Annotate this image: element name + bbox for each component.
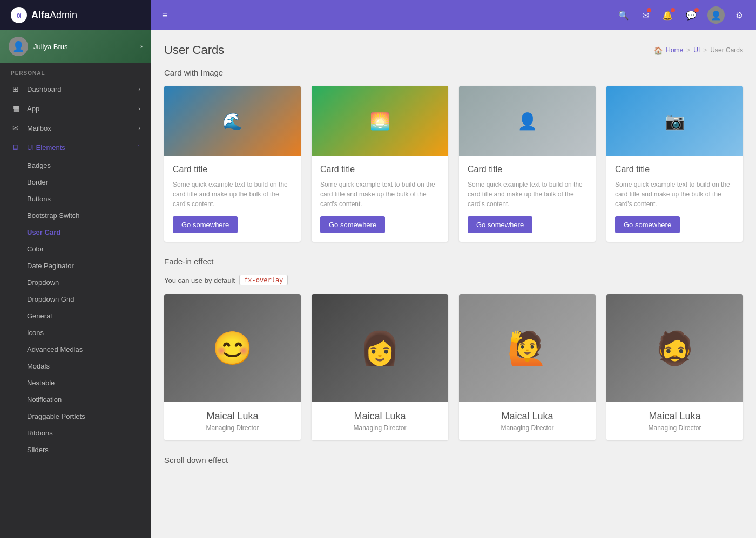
logo-icon: α xyxy=(11,7,27,23)
mail-badge xyxy=(647,8,651,12)
sidebar-sub-item-draggable-portlets[interactable]: Draggable Portlets xyxy=(0,408,151,425)
card-1-btn[interactable]: Go somewhere xyxy=(173,216,238,233)
avatar: 👤 xyxy=(9,37,28,56)
user-card-4-title: Managing Director xyxy=(615,424,734,432)
user-card-2-image: 👩 xyxy=(312,294,448,402)
sidebar-sub-item-nestable[interactable]: Nestable xyxy=(0,374,151,391)
user-card-1-title: Managing Director xyxy=(173,424,292,432)
card-4-body: Card title Some quick example text to bu… xyxy=(606,156,743,242)
sidebar-sub-item-general[interactable]: General xyxy=(0,308,151,324)
sidebar-sub-item-icons[interactable]: Icons xyxy=(0,324,151,341)
sidebar-section-label: PERSONAL xyxy=(0,63,151,79)
user-profile[interactable]: 👤 Juliya Brus › xyxy=(0,30,151,63)
breadcrumb-current: User Cards xyxy=(710,46,743,54)
user-card-3-name: Maical Luka xyxy=(468,411,587,422)
sidebar-item-label: App xyxy=(27,105,132,113)
sidebar-sub-item-ribbons[interactable]: Ribbons xyxy=(0,425,151,441)
user-card-2: 👩 Maical Luka Managing Director xyxy=(312,294,448,440)
page-title: User Cards xyxy=(164,43,224,57)
user-card-3: 🙋 Maical Luka Managing Director xyxy=(459,294,596,440)
user-profile-arrow: › xyxy=(140,43,143,50)
sidebar-sub-item-dropdown[interactable]: Dropdown xyxy=(0,274,151,291)
card-3: 👤 Card title Some quick example text to … xyxy=(459,86,596,242)
sidebar-item-app[interactable]: ▦ App › xyxy=(0,99,151,118)
user-card-4-body: Maical Luka Managing Director xyxy=(606,402,743,440)
user-card-4-name: Maical Luka xyxy=(615,411,734,422)
breadcrumb-ui-link[interactable]: UI xyxy=(693,46,700,54)
sidebar-item-ui-elements[interactable]: 🖥 UI Elements ˅ xyxy=(0,138,151,157)
card-2-text: Some quick example text to build on the … xyxy=(320,180,440,209)
cards-grid: 🌊 Card title Some quick example text to … xyxy=(164,86,743,242)
bell-badge xyxy=(671,8,675,12)
card-4-image: 📷 xyxy=(606,86,743,156)
sidebar-sub-item-modals[interactable]: Modals xyxy=(0,358,151,374)
app-icon: ▦ xyxy=(11,104,21,113)
card-2-title: Card title xyxy=(320,165,440,174)
card-3-body: Card title Some quick example text to bu… xyxy=(459,156,596,242)
sidebar-sub-item-bootstrap-switch[interactable]: Bootstrap Switch xyxy=(0,207,151,224)
mailbox-arrow-icon: › xyxy=(138,125,140,131)
user-card-1-body: Maical Luka Managing Director xyxy=(164,402,301,440)
card-1-body: Card title Some quick example text to bu… xyxy=(164,156,301,242)
card-4: 📷 Card title Some quick example text to … xyxy=(606,86,743,242)
dashboard-arrow-icon: › xyxy=(138,86,140,92)
sidebar-sub-item-advanced-medias[interactable]: Advanced Medias xyxy=(0,341,151,358)
search-icon[interactable]: 🔍 xyxy=(616,8,631,23)
user-card-2-name: Maical Luka xyxy=(320,411,440,422)
sidebar-item-dashboard[interactable]: ⊞ Dashboard › xyxy=(0,79,151,99)
user-card-4: 🧔 Maical Luka Managing Director xyxy=(606,294,743,440)
bell-icon[interactable]: 🔔 xyxy=(660,8,675,23)
page-header: User Cards 🏠 Home > UI > User Cards xyxy=(164,43,743,57)
sidebar: α AlfaAdmin 👤 Juliya Brus › PERSONAL ⊞ D… xyxy=(0,0,151,538)
user-card-3-image: 🙋 xyxy=(459,294,596,402)
sidebar-sub-item-dropdown-grid[interactable]: Dropdown Grid xyxy=(0,291,151,308)
card-4-text: Some quick example text to build on the … xyxy=(615,180,734,209)
mail-icon[interactable]: ✉ xyxy=(640,8,651,23)
sidebar-sub-item-user-card[interactable]: User Card xyxy=(0,224,151,241)
topbar-user-avatar[interactable]: 👤 xyxy=(707,6,725,24)
sidebar-item-mailbox[interactable]: ✉ Mailbox › xyxy=(0,118,151,138)
user-cards-grid: 😊 Maical Luka Managing Director 👩 Maical… xyxy=(164,294,743,440)
settings-icon[interactable]: ⚙ xyxy=(733,8,745,23)
sidebar-sub-item-border[interactable]: Border xyxy=(0,174,151,190)
user-name: Juliya Brus xyxy=(33,43,135,51)
card-2-btn[interactable]: Go somewhere xyxy=(320,216,385,233)
card-1: 🌊 Card title Some quick example text to … xyxy=(164,86,301,242)
sidebar-sub-item-date-paginator[interactable]: Date Paginator xyxy=(0,257,151,274)
content-area: User Cards 🏠 Home > UI > User Cards Card… xyxy=(151,30,756,538)
mailbox-icon: ✉ xyxy=(11,124,21,132)
main-area: ≡ 🔍 ✉ 🔔 💬 👤 ⚙ User Cards 🏠 Home > UI xyxy=(151,0,756,538)
user-card-1-image: 😊 xyxy=(164,294,301,402)
user-card-4-image: 🧔 xyxy=(606,294,743,402)
user-card-2-body: Maical Luka Managing Director xyxy=(312,402,448,440)
cards-section-title: Card with Image xyxy=(164,68,743,77)
breadcrumb: 🏠 Home > UI > User Cards xyxy=(654,46,743,55)
chat-badge xyxy=(694,8,699,12)
fade-section-desc: You can use by default fx-overlay xyxy=(164,275,743,285)
fade-section: Fade-in effect You can use by default fx… xyxy=(164,257,743,440)
card-4-btn[interactable]: Go somewhere xyxy=(615,216,680,233)
sidebar-item-label: UI Elements xyxy=(27,144,131,152)
card-4-title: Card title xyxy=(615,165,734,174)
sidebar-item-label: Mailbox xyxy=(27,124,132,132)
card-3-btn[interactable]: Go somewhere xyxy=(468,216,532,233)
sidebar-sub-item-notification[interactable]: Notification xyxy=(0,391,151,408)
sidebar-logo: α AlfaAdmin xyxy=(0,0,151,30)
user-card-3-title: Managing Director xyxy=(468,424,587,432)
sidebar-item-label: Dashboard xyxy=(27,85,132,93)
sidebar-sub-item-badges[interactable]: Badges xyxy=(0,157,151,174)
user-card-2-title: Managing Director xyxy=(320,424,440,432)
sidebar-sub-item-color[interactable]: Color xyxy=(0,241,151,257)
dashboard-icon: ⊞ xyxy=(11,85,21,93)
ui-elements-icon: 🖥 xyxy=(11,143,21,152)
sidebar-sub-item-sliders[interactable]: Sliders xyxy=(0,441,151,458)
card-1-title: Card title xyxy=(173,165,292,174)
breadcrumb-home-link[interactable]: Home xyxy=(666,46,683,54)
chat-icon[interactable]: 💬 xyxy=(684,8,699,23)
hamburger-icon[interactable]: ≡ xyxy=(162,10,168,21)
card-2: 🌅 Card title Some quick example text to … xyxy=(312,86,448,242)
topbar: ≡ 🔍 ✉ 🔔 💬 👤 ⚙ xyxy=(151,0,756,30)
card-1-image: 🌊 xyxy=(164,86,301,156)
sidebar-sub-item-buttons[interactable]: Buttons xyxy=(0,190,151,207)
card-2-image: 🌅 xyxy=(312,86,448,156)
